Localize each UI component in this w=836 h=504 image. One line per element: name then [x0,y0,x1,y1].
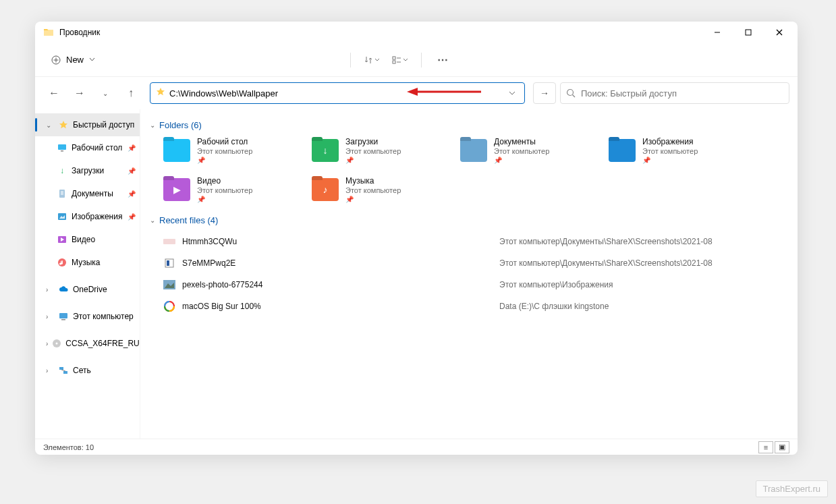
toolbar: New ⋯ [35,43,798,77]
svg-rect-20 [59,190,65,198]
file-icon [163,235,175,248]
maximize-button[interactable] [733,22,764,43]
pin-icon: 📌 [128,144,136,152]
svg-rect-2 [746,30,751,35]
nav-row: ← → ⌄ ↑ → [35,77,798,109]
svg-rect-0 [44,30,53,36]
chevron-right-icon: › [46,313,54,320]
sort-button[interactable] [360,49,383,71]
sidebar-item-downloads[interactable]: ↓ Загрузки 📌 [35,159,140,182]
file-path: Этот компьютер\Документы\ShareX\Screensh… [499,258,713,268]
sidebar-item-label: Изображения [72,212,122,221]
file-name: Htmmh3CQWu [182,237,493,246]
svg-rect-33 [59,367,63,370]
view-button[interactable] [389,49,412,71]
recent-file-row[interactable]: pexels-photo-6775244 Этот компьютер\Изоб… [163,275,788,294]
folder-location: Этот компьютер [345,147,401,155]
desktop-icon [57,142,67,153]
svg-rect-18 [58,144,66,150]
folder-name: Изображения [642,137,698,146]
search-input[interactable] [581,88,783,99]
sidebar-item-desktop[interactable]: Рабочий стол 📌 [35,136,140,159]
sidebar-item-this-pc[interactable]: › Этот компьютер [35,305,140,328]
folder-name: Музыка [345,176,401,186]
file-name: S7eMMPwq2E [182,258,493,268]
folders-section-header[interactable]: ⌄ Folders (6) [150,120,788,130]
file-name: pexels-photo-6775244 [182,280,493,289]
sidebar-item-pictures[interactable]: Изображения 📌 [35,205,140,228]
recent-file-row[interactable]: Htmmh3CQWu Этот компьютер\Документы\Shar… [163,232,788,251]
svg-marker-17 [59,121,67,128]
sidebar-item-ccsa[interactable]: › CCSA_X64FRE_RU-RU [35,332,140,355]
statusbar: Элементов: 10 ≡ ▣ [35,439,798,455]
svg-line-35 [61,370,65,371]
section-title: Folders (6) [159,120,202,130]
pc-icon [58,311,69,322]
folder-location: Этот компьютер [494,147,549,155]
pin-icon: 📌 [128,167,136,175]
folder-name: Видео [197,176,252,186]
network-icon [58,365,69,376]
sidebar-item-videos[interactable]: Видео [35,228,140,251]
view-icons-button[interactable]: ▣ [775,441,789,453]
forward-button[interactable]: → [69,82,90,104]
disc-icon [52,338,61,349]
file-icon [163,257,175,269]
folder-location: Этот компьютер [197,186,252,194]
folder-card[interactable]: ↓ Загрузки Этот компьютер 📌 [312,137,433,164]
sidebar-item-label: CCSA_X64FRE_RU-RU [65,339,140,348]
dropdown-button[interactable]: ⌄ [94,82,116,104]
svg-rect-30 [61,319,65,320]
folder-card[interactable]: Рабочий стол Этот компьютер 📌 [163,137,285,164]
folder-location: Этот компьютер [642,147,698,155]
toolbar-separator [350,53,351,67]
search-box[interactable] [560,82,789,104]
chevron-right-icon: › [46,340,48,347]
search-icon [566,88,576,98]
file-path: Этот компьютер\Документы\ShareX\Screensh… [499,237,713,246]
folder-icon [163,139,190,162]
svg-rect-34 [63,371,67,374]
up-button[interactable]: ↑ [120,82,142,104]
folder-name: Загрузки [345,137,401,146]
sidebar-item-documents[interactable]: Документы 📌 [35,182,140,205]
close-button[interactable] [764,22,795,43]
folder-card[interactable]: Документы Этот компьютер 📌 [460,137,582,164]
svg-rect-8 [393,57,395,59]
section-title: Recent files (4) [159,215,218,225]
folder-name: Рабочий стол [197,137,252,146]
minimize-button[interactable] [702,22,733,43]
folder-card[interactable]: ▶ Видео Этот компьютер 📌 [163,176,285,203]
file-icon [163,300,175,312]
folder-card[interactable]: Изображения Этот компьютер 📌 [609,137,730,164]
sidebar: ⌄ Быстрый доступ Рабочий стол 📌 ↓ Загруз… [35,109,140,439]
recent-file-row[interactable]: S7eMMPwq2E Этот компьютер\Документы\Shar… [163,254,788,273]
go-button[interactable]: → [533,82,556,104]
back-button[interactable]: ← [43,82,65,104]
watermark: TrashExpert.ru [756,480,829,497]
sidebar-item-network[interactable]: › Сеть [35,359,140,382]
file-name: macOS Big Sur 100% [182,302,493,311]
recent-file-row[interactable]: macOS Big Sur 100% Data (E:)\С флэшки ki… [163,297,788,316]
more-button[interactable]: ⋯ [431,49,454,71]
recent-section-header[interactable]: ⌄ Recent files (4) [150,215,788,225]
chevron-down-icon[interactable] [505,90,519,96]
sidebar-item-music[interactable]: Музыка [35,251,140,274]
address-input[interactable] [169,88,501,99]
music-icon [57,257,67,268]
address-bar[interactable] [150,82,525,104]
pin-icon: 📌 [128,213,136,221]
file-path: Этот компьютер\Изображения [499,280,613,289]
folder-icon: ♪ [312,178,339,201]
new-button[interactable]: New [43,51,103,69]
svg-line-16 [573,95,576,98]
sidebar-item-quick-access[interactable]: ⌄ Быстрый доступ [35,113,140,136]
folder-card[interactable]: ♪ Музыка Этот компьютер 📌 [312,176,433,203]
view-details-button[interactable]: ≡ [758,441,773,453]
chevron-right-icon: › [46,286,54,293]
chevron-down-icon: ⌄ [150,217,155,224]
file-icon [163,279,175,291]
sidebar-item-onedrive[interactable]: › OneDrive [35,278,140,301]
new-label: New [66,55,84,65]
svg-rect-19 [61,150,63,152]
